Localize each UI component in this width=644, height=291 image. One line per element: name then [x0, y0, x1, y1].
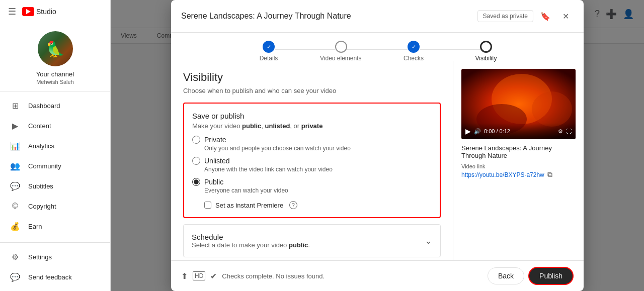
saved-status-badge: Saved as private — [477, 10, 533, 22]
sidebar-item-settings[interactable]: ⚙ Settings — [0, 247, 110, 267]
step-label-visibility: Visibility — [475, 55, 497, 62]
step-visibility: Visibility — [480, 41, 492, 53]
schedule-title: Schedule — [192, 233, 310, 241]
sidebar-label-settings: Settings — [28, 253, 52, 261]
step-circle-details: ✓ — [263, 41, 275, 53]
time-display: 0:00 / 0:12 — [484, 128, 555, 134]
copyright-icon: © — [10, 201, 20, 211]
visibility-subtitle: Choose when to publish and who can see y… — [183, 87, 441, 94]
help-icon-premiere[interactable]: ? — [289, 201, 297, 209]
modal-title: Serene Landscapes: A Journey Through Nat… — [181, 12, 351, 21]
unlisted-label[interactable]: Unlisted — [192, 157, 432, 165]
public-description: Everyone can watch your video — [204, 187, 432, 194]
chevron-down-icon: ⌄ — [425, 235, 432, 246]
sidebar-item-content[interactable]: ▶ Content — [0, 116, 110, 136]
settings-icon: ⚙ — [10, 252, 20, 262]
channel-handle: Mehwish Saleh — [36, 79, 74, 85]
back-button[interactable]: Back — [488, 267, 524, 284]
step-label-details: Details — [260, 55, 278, 62]
option-private: private — [301, 122, 323, 130]
private-radio[interactable] — [192, 136, 200, 144]
video-link-label: Video link — [461, 163, 576, 169]
schedule-content: Schedule Select a date to make your vide… — [192, 233, 310, 249]
instant-premiere-checkbox[interactable] — [204, 202, 211, 209]
sidebar-item-feedback[interactable]: 💬 Send feedback — [0, 267, 110, 287]
content-icon: ▶ — [10, 121, 20, 131]
modal-header: Serene Landscapes: A Journey Through Nat… — [171, 0, 584, 33]
sidebar-item-dashboard[interactable]: ⊞ Dashboard — [0, 95, 110, 116]
sidebar-item-copyright[interactable]: © Copyright — [0, 196, 110, 216]
instant-premiere-label[interactable]: Set as instant Premiere — [215, 202, 283, 209]
step-checks: ✓ Checks — [408, 41, 420, 53]
save-publish-title: Save or publish — [192, 112, 432, 120]
modal-overlay: Serene Landscapes: A Journey Through Nat… — [111, 0, 644, 291]
video-settings-button[interactable]: ⚙ — [558, 128, 563, 135]
private-label[interactable]: Private — [192, 136, 432, 144]
copy-link-button[interactable]: ⧉ — [547, 170, 552, 179]
option-unlisted: unlisted — [265, 122, 290, 130]
sidebar-item-earn[interactable]: 💰 Earn — [0, 216, 110, 236]
footer-right: Back Publish — [488, 267, 574, 285]
main-content: ? ➕ 👤 Views Comments Likes (vs. dislik S… — [111, 0, 644, 291]
app-name: Studio — [36, 8, 56, 16]
sidebar-label-content: Content — [28, 122, 51, 130]
subtitles-icon: 💬 — [10, 181, 20, 191]
step-label-video-elements: Video elements — [320, 55, 362, 62]
upload-icon: ⬆ — [181, 271, 188, 281]
step-circle-checks: ✓ — [408, 41, 420, 53]
sidebar-label-earn: Earn — [28, 223, 42, 230]
volume-button[interactable]: 🔊 — [474, 128, 481, 135]
public-radio[interactable] — [192, 178, 200, 186]
step-circle-visibility — [480, 41, 492, 53]
visibility-title: Visibility — [183, 71, 441, 84]
schedule-description: Select a date to make your video public. — [192, 241, 310, 249]
earn-icon: 💰 — [10, 221, 20, 231]
check-icon: ✓ — [267, 44, 271, 50]
option-private-item: Private Only you and people you choose c… — [192, 136, 432, 152]
hd-icon: HD — [193, 271, 205, 280]
step-label-checks: Checks — [404, 55, 424, 62]
modal: Serene Landscapes: A Journey Through Nat… — [171, 0, 584, 291]
play-button[interactable]: ▶ — [465, 127, 471, 135]
dashboard-icon: ⊞ — [10, 101, 20, 111]
sidebar-label-community: Community — [28, 162, 61, 170]
sidebar-label-feedback: Send feedback — [28, 273, 72, 281]
bookmark-button[interactable]: 🔖 — [537, 8, 553, 24]
unlisted-radio[interactable] — [192, 157, 200, 165]
check-circle-icon: ✔ — [210, 271, 217, 281]
schedule-keyword: public — [289, 241, 308, 249]
close-button[interactable]: ✕ — [557, 8, 574, 24]
stepper: ✓ Details Video elements ✓ Checks — [171, 33, 584, 61]
hamburger-icon[interactable]: ☰ — [8, 6, 16, 17]
option-public: public — [242, 122, 261, 130]
analytics-icon: 📊 — [10, 141, 20, 151]
sidebar-label-subtitles: Subtitles — [28, 182, 53, 190]
sidebar-header: ☰ Studio — [0, 0, 110, 23]
sidebar-label-copyright: Copyright — [28, 203, 56, 210]
private-label-text: Private — [204, 136, 226, 144]
video-link[interactable]: https://youtu.be/BXYPS-a72hw — [461, 171, 544, 178]
modal-sidebar-panel: ▶ 🔊 0:00 / 0:12 ⚙ ⛶ Serene Landscapes: A… — [453, 61, 584, 260]
check-icon-2: ✓ — [412, 44, 416, 50]
schedule-card[interactable]: Schedule Select a date to make your vide… — [183, 224, 441, 257]
modal-footer: ⬆ HD ✔ Checks complete. No issues found.… — [171, 260, 584, 291]
video-controls: ▶ 🔊 0:00 / 0:12 ⚙ ⛶ — [461, 123, 576, 139]
video-title: Serene Landscapes: A Journey Through Nat… — [461, 144, 576, 159]
modal-header-right: Saved as private 🔖 ✕ — [477, 8, 574, 24]
footer-left: ⬆ HD ✔ Checks complete. No issues found. — [181, 271, 325, 281]
svg-point-2 — [532, 91, 572, 127]
youtube-play-icon — [26, 9, 31, 14]
sidebar-item-analytics[interactable]: 📊 Analytics — [0, 136, 110, 156]
sidebar-item-community[interactable]: 👥 Community — [0, 156, 110, 176]
step-line-2 — [347, 49, 408, 50]
youtube-logo: Studio — [22, 7, 56, 16]
sidebar-item-subtitles[interactable]: 💬 Subtitles — [0, 176, 110, 196]
step-details: ✓ Details — [263, 41, 275, 53]
fullscreen-button[interactable]: ⛶ — [566, 128, 572, 134]
avatar: 🦜 — [38, 31, 73, 66]
checks-status: Checks complete. No issues found. — [222, 272, 325, 280]
public-label[interactable]: Public — [192, 178, 432, 186]
publish-button[interactable]: Publish — [528, 267, 574, 285]
channel-name: Your channel — [36, 70, 74, 78]
unlisted-description: Anyone with the video link can watch you… — [204, 166, 432, 173]
